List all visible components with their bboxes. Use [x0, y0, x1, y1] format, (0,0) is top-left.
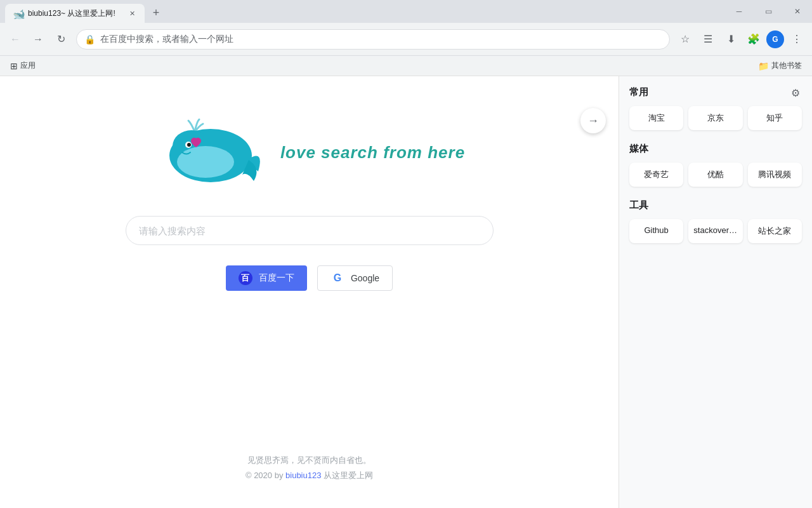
- bookmarks-right: 📁 其他书签: [753, 58, 807, 74]
- minimize-button[interactable]: ─: [724, 0, 754, 23]
- sidebar-grid-media: 爱奇艺优酷腾讯视频: [629, 163, 802, 187]
- other-bookmarks-label: 其他书签: [771, 60, 802, 71]
- expand-sidebar-button[interactable]: →: [580, 108, 606, 133]
- address-security-icon: 🔒: [84, 34, 95, 44]
- back-button[interactable]: ←: [5, 29, 25, 50]
- toolbar: ← → ↻ 🔒 在百度中搜索，或者输入一个网址 ☆ ☰ ⬇ 🧩 G ⋮: [0, 23, 812, 56]
- title-bar: 🐋 biubiu123~ 从这里爱上网! ✕ + ─ ▭ ✕: [0, 0, 812, 23]
- sidebar-item-知乎[interactable]: 知乎: [748, 106, 802, 130]
- search-input[interactable]: [139, 225, 480, 236]
- sidebar: ⚙ 常用淘宝京东知乎媒体爱奇艺优酷腾讯视频工具Githubstackoverfl…: [619, 76, 812, 508]
- apps-icon: ⊞: [10, 61, 18, 71]
- sidebar-section-title-tools: 工具: [629, 199, 802, 211]
- sidebar-section-title-common: 常用: [629, 86, 802, 98]
- chrome-menu-button[interactable]: ⋮: [787, 29, 807, 50]
- sidebar-item-站长之家[interactable]: 站长之家: [748, 219, 802, 243]
- baidu-search-button[interactable]: 百 百度一下: [226, 265, 307, 291]
- window-controls: ─ ▭ ✕: [724, 0, 812, 23]
- whale-logo: [154, 114, 268, 190]
- footer-quote: 见贤思齐焉，见不贤而内自省也。: [0, 453, 619, 467]
- search-box[interactable]: [126, 216, 494, 245]
- search-buttons: 百 百度一下 G Google: [226, 265, 393, 291]
- logo-tagline: love search from here: [280, 143, 465, 163]
- extensions-button[interactable]: 🧩: [743, 29, 764, 50]
- sidebar-grid-common: 淘宝京东知乎: [629, 106, 802, 130]
- other-bookmarks-button[interactable]: 📁 其他书签: [753, 58, 807, 74]
- maximize-button[interactable]: ▭: [754, 0, 783, 23]
- sidebar-item-腾讯视频[interactable]: 腾讯视频: [748, 163, 802, 187]
- tab-close-button[interactable]: ✕: [127, 8, 137, 18]
- sidebar-item-Github[interactable]: Github: [629, 219, 683, 243]
- active-tab[interactable]: 🐋 biubiu123~ 从这里爱上网! ✕: [5, 4, 145, 23]
- new-tab-button[interactable]: +: [147, 4, 165, 22]
- sidebar-section-tools: 工具Githubstackoverflow站长之家: [629, 199, 802, 243]
- tab-strip: 🐋 biubiu123~ 从这里爱上网! ✕ +: [0, 0, 165, 23]
- toolbar-icons: ☆ ☰ ⬇ 🧩 G ⋮: [675, 29, 807, 50]
- sidebar-section-media: 媒体爱奇艺优酷腾讯视频: [629, 143, 802, 187]
- footer-brand-link[interactable]: biubiu123: [285, 471, 321, 480]
- tab-favicon: 🐋: [13, 8, 23, 18]
- baidu-button-label: 百度一下: [259, 272, 294, 284]
- apps-label: 应用: [20, 60, 36, 71]
- sidebar-item-京东[interactable]: 京东: [688, 106, 742, 130]
- sidebar-sections: 常用淘宝京东知乎媒体爱奇艺优酷腾讯视频工具Githubstackoverflow…: [629, 86, 802, 243]
- baidu-icon: 百: [239, 271, 252, 285]
- sidebar-section-title-media: 媒体: [629, 143, 802, 155]
- forward-button[interactable]: →: [28, 29, 48, 50]
- reload-button[interactable]: ↻: [51, 29, 71, 50]
- google-icon: G: [331, 271, 344, 285]
- search-box-wrap: [126, 216, 494, 245]
- sidebar-item-爱奇艺[interactable]: 爱奇艺: [629, 163, 683, 187]
- bookmark-star-button[interactable]: ☆: [675, 29, 695, 50]
- bookmarks-bar: ⊞ 应用 📁 其他书签: [0, 56, 812, 76]
- footer-copyright: © 2020 by biubiu123 从这里爱上网: [0, 468, 619, 483]
- apps-shortcut[interactable]: ⊞ 应用: [5, 58, 41, 74]
- close-button[interactable]: ✕: [783, 0, 812, 23]
- logo-area: love search from here: [154, 114, 465, 190]
- sidebar-grid-tools: Githubstackoverflow站长之家: [629, 219, 802, 243]
- tab-title: biubiu123~ 从这里爱上网!: [28, 8, 122, 19]
- reading-list-button[interactable]: ☰: [698, 29, 718, 50]
- svg-point-4: [187, 143, 191, 147]
- footer: 见贤思齐焉，见不贤而内自省也。 © 2020 by biubiu123 从这里爱…: [0, 453, 619, 483]
- google-button-label: Google: [351, 273, 379, 283]
- profile-avatar[interactable]: G: [766, 30, 784, 48]
- sidebar-item-stackoverflow[interactable]: stackoverflow: [688, 219, 742, 243]
- sidebar-section-common: 常用淘宝京东知乎: [629, 86, 802, 130]
- gear-icon: ⚙: [791, 87, 800, 99]
- content-area: →: [0, 76, 812, 508]
- download-button[interactable]: ⬇: [721, 29, 741, 50]
- main-area: →: [0, 76, 619, 508]
- address-bar[interactable]: 🔒 在百度中搜索，或者输入一个网址: [76, 29, 670, 50]
- sidebar-settings-button[interactable]: ⚙: [787, 84, 804, 102]
- sidebar-item-淘宝[interactable]: 淘宝: [629, 106, 683, 130]
- svg-point-2: [177, 146, 234, 178]
- google-search-button[interactable]: G Google: [317, 265, 393, 291]
- sidebar-item-优酷[interactable]: 优酷: [688, 163, 742, 187]
- folder-icon: 📁: [758, 61, 769, 71]
- address-text: 在百度中搜索，或者输入一个网址: [100, 34, 662, 45]
